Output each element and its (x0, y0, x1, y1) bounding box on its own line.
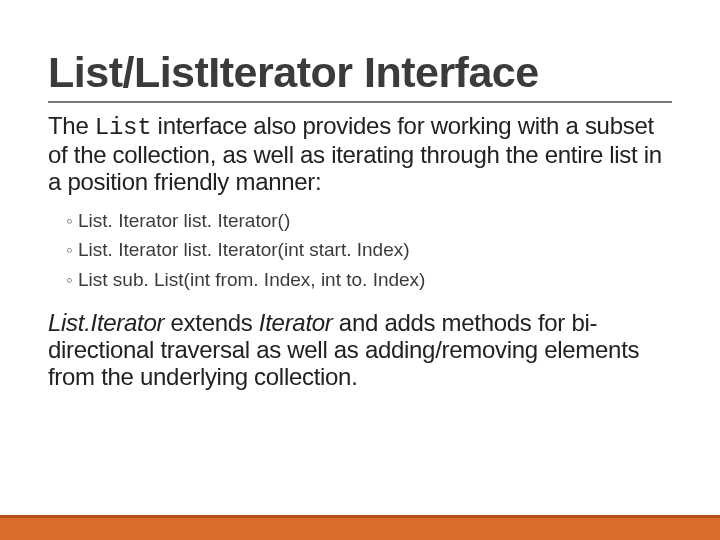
para2-em1: List.Iterator (48, 309, 164, 336)
method-list: List. Iterator list. Iterator() List. It… (48, 206, 672, 294)
para2-em2: Iterator (259, 309, 333, 336)
para1-code: List (95, 114, 151, 141)
list-item: List sub. List(int from. Index, int to. … (66, 265, 672, 294)
intro-paragraph: The List interface also provides for wor… (48, 113, 672, 196)
para2-mid1: extends (164, 309, 259, 336)
closing-paragraph: List.Iterator extends Iterator and adds … (48, 310, 672, 391)
footer-bar (0, 518, 720, 540)
slide-title: List/ListIterator Interface (48, 50, 672, 95)
slide: List/ListIterator Interface The List int… (0, 0, 720, 540)
list-item: List. Iterator list. Iterator() (66, 206, 672, 235)
list-item: List. Iterator list. Iterator(int start.… (66, 235, 672, 264)
title-rule (48, 101, 672, 103)
para1-pre: The (48, 112, 95, 139)
